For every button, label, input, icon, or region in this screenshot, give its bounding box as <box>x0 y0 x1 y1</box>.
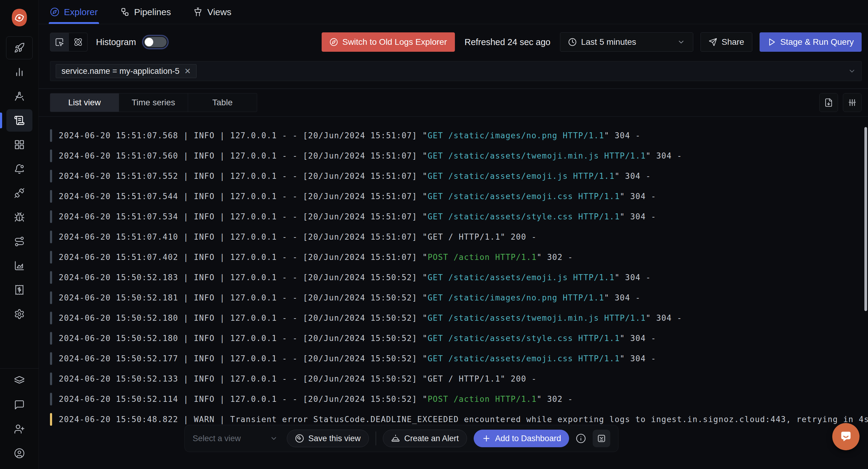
sidebar-item-get-started[interactable] <box>0 36 38 60</box>
tab-table[interactable]: Table <box>188 93 257 112</box>
sidebar-item-exceptions[interactable] <box>0 205 38 229</box>
create-alert-button[interactable]: Create an Alert <box>383 430 467 447</box>
chevron-down-icon[interactable] <box>848 67 856 75</box>
toggle-knob <box>145 38 153 46</box>
bug-icon <box>14 212 25 223</box>
explorer-footer-bar: Select a view Save this view Create an A… <box>184 425 618 452</box>
log-row[interactable]: 2024-06-20 15:51:07.402 | INFO | 127.0.0… <box>50 247 868 267</box>
log-severity-bar <box>50 332 52 345</box>
time-range-value: Last 5 minutes <box>581 37 636 47</box>
log-line-text: 2024-06-20 15:50:52.177 | INFO | 127.0.0… <box>59 354 656 363</box>
bell-dot-icon <box>14 163 25 174</box>
shortcuts-tray-button[interactable] <box>593 430 610 447</box>
add-to-dashboard-button[interactable]: Add to Dashboard <box>474 430 569 447</box>
sidebar-item-traces[interactable] <box>0 84 38 108</box>
save-view-button[interactable]: Save this view <box>287 430 369 447</box>
log-severity-bar <box>50 291 52 304</box>
sidebar-item-integrations[interactable] <box>0 181 38 205</box>
chevron-down-icon <box>677 38 685 46</box>
log-line-text: 2024-06-20 15:51:07.552 | INFO | 127.0.0… <box>59 172 651 181</box>
plus-icon <box>482 434 491 443</box>
sidebar-item-support[interactable] <box>0 393 38 417</box>
tab-list-view[interactable]: List view <box>50 93 119 112</box>
tower-icon <box>193 7 203 16</box>
sidebar-item-alerts[interactable] <box>0 157 38 181</box>
log-row[interactable]: 2024-06-20 15:50:52.133 | INFO | 127.0.0… <box>50 369 868 389</box>
sidebar-item-usage[interactable] <box>0 254 38 278</box>
log-row[interactable]: 2024-06-20 15:50:52.183 | INFO | 127.0.0… <box>50 267 868 288</box>
select-view-dropdown[interactable]: Select a view <box>193 434 280 443</box>
log-row[interactable]: 2024-06-20 15:51:07.560 | INFO | 127.0.0… <box>50 145 868 166</box>
sidebar-item-account[interactable] <box>0 441 38 465</box>
log-list: 2024-06-20 15:51:07.568 | INFO | 127.0.0… <box>39 117 868 429</box>
log-row[interactable]: 2024-06-20 15:50:52.180 | INFO | 127.0.0… <box>50 308 868 328</box>
toolbar-right: Switch to Old Logs Explorer Refreshed 24… <box>322 32 862 52</box>
toggle-track <box>144 37 166 47</box>
tab-views[interactable]: Views <box>193 0 231 24</box>
histogram-toggle[interactable] <box>142 35 169 49</box>
log-row[interactable]: 2024-06-20 15:51:07.534 | INFO | 127.0.0… <box>50 206 868 227</box>
save-view-label: Save this view <box>308 434 361 443</box>
tab-views-label: Views <box>207 7 231 17</box>
log-severity-bar <box>50 210 52 223</box>
chat-support-button[interactable] <box>832 423 860 450</box>
share-button[interactable]: Share <box>701 32 752 52</box>
log-line-text: 2024-06-20 15:51:07.544 | INFO | 127.0.0… <box>59 192 656 201</box>
billing-receipt-icon <box>14 284 25 295</box>
log-line-text: 2024-06-20 15:51:07.402 | INFO | 127.0.0… <box>59 253 573 262</box>
log-row[interactable]: 2024-06-20 15:51:07.552 | INFO | 127.0.0… <box>50 166 868 186</box>
log-row[interactable]: 2024-06-20 15:51:07.410 | INFO | 127.0.0… <box>50 227 868 247</box>
info-icon[interactable] <box>576 433 586 444</box>
stage-run-query-button[interactable]: Stage & Run Query <box>760 32 862 52</box>
sidebar-item-logs[interactable] <box>0 108 38 133</box>
active-indicator-bar <box>0 112 2 128</box>
log-line-text: 2024-06-20 15:51:07.534 | INFO | 127.0.0… <box>59 212 656 221</box>
plug-icon <box>14 188 25 199</box>
atom-icon <box>73 37 83 46</box>
log-severity-bar <box>50 393 52 405</box>
log-line-text: 2024-06-20 15:50:52.114 | INFO | 127.0.0… <box>59 395 573 404</box>
log-severity-bar <box>50 372 52 385</box>
filter-chip[interactable]: service.name = my-application-5 ✕ <box>56 64 196 78</box>
user-circle-icon <box>14 448 25 459</box>
log-row[interactable]: 2024-06-20 15:51:07.568 | INFO | 127.0.0… <box>50 125 868 145</box>
vertical-scrollbar[interactable] <box>864 127 867 311</box>
compass-icon <box>330 38 338 46</box>
select-view-placeholder: Select a view <box>193 434 241 443</box>
format-options-button[interactable] <box>843 93 862 112</box>
view-tabs-row: List view Time series Table <box>50 93 862 112</box>
chevron-down-icon <box>270 435 278 442</box>
sidebar-item-settings[interactable] <box>0 302 38 326</box>
signoz-logo[interactable] <box>10 8 29 28</box>
quick-filters-mode-button[interactable] <box>69 33 88 52</box>
divider <box>376 432 376 445</box>
share-send-icon <box>709 38 717 46</box>
download-logs-button[interactable] <box>819 93 838 112</box>
filter-chip-label: service.name = my-application-5 <box>61 67 179 76</box>
log-severity-bar <box>50 413 52 426</box>
sidebar-item-invite[interactable] <box>0 417 38 441</box>
query-filter-bar[interactable]: service.name = my-application-5 ✕ <box>50 61 862 81</box>
tab-explorer[interactable]: Explorer <box>50 0 98 24</box>
sidebar-item-billing[interactable] <box>0 278 38 302</box>
tab-pipelines[interactable]: Pipelines <box>120 0 171 24</box>
sidebar-item-service-map[interactable] <box>0 229 38 254</box>
create-alert-label: Create an Alert <box>404 434 459 443</box>
explorer-toolbar: Histogram Switch to Old Logs Explorer Re… <box>39 24 868 60</box>
tab-time-series[interactable]: Time series <box>119 93 188 112</box>
sidebar-item-services[interactable] <box>0 60 38 84</box>
time-range-select[interactable]: Last 5 minutes <box>560 32 693 52</box>
sidebar-item-dashboards[interactable] <box>0 133 38 157</box>
sidebar-item-versions[interactable] <box>0 369 38 393</box>
query-mode-group <box>50 33 88 52</box>
chip-close-icon[interactable]: ✕ <box>184 67 191 76</box>
rocket-icon <box>14 42 25 53</box>
log-row[interactable]: 2024-06-20 15:50:52.181 | INFO | 127.0.0… <box>50 288 868 308</box>
log-row[interactable]: 2024-06-20 15:50:52.114 | INFO | 127.0.0… <box>50 389 868 409</box>
query-builder-mode-button[interactable] <box>50 33 69 52</box>
log-row[interactable]: 2024-06-20 15:51:07.544 | INFO | 127.0.0… <box>50 186 868 206</box>
log-row[interactable]: 2024-06-20 15:50:52.177 | INFO | 127.0.0… <box>50 348 868 369</box>
switch-old-explorer-button[interactable]: Switch to Old Logs Explorer <box>322 32 455 52</box>
log-row[interactable]: 2024-06-20 15:50:52.180 | INFO | 127.0.0… <box>50 328 868 348</box>
tray-chevron-icon <box>597 434 606 443</box>
